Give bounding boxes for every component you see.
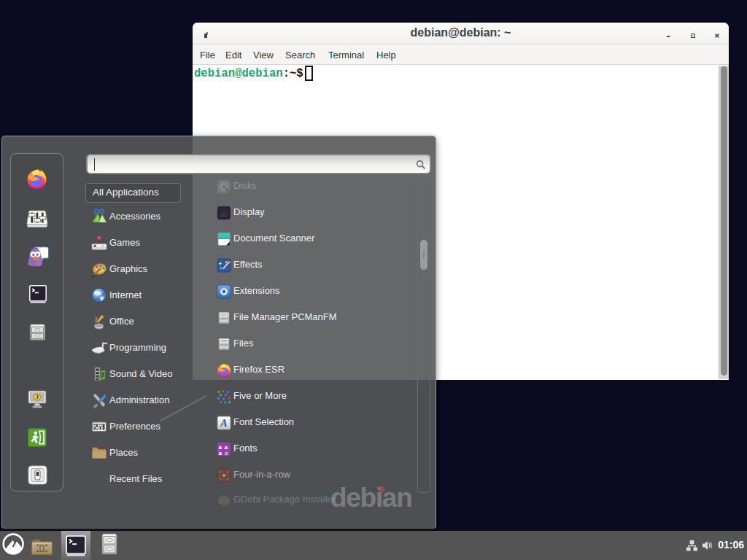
svg-text:a: a <box>219 449 222 456</box>
svg-text:a: a <box>225 449 228 456</box>
svg-text:A: A <box>220 418 227 429</box>
